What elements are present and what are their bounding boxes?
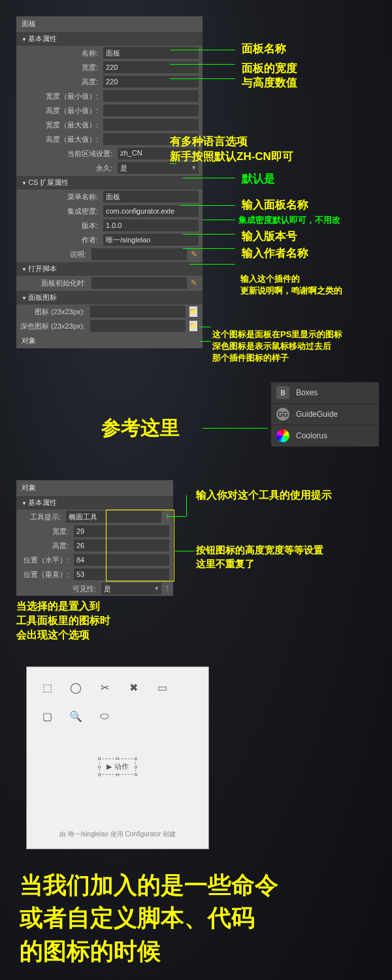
section-icon[interactable]: 面板图标 [16, 290, 203, 304]
min-width-input[interactable] [103, 90, 199, 102]
annotation-line [167, 516, 186, 517]
bottom-text: 当我们加入的是一些命令 或者自定义脚本、代码 的图标的时候 [20, 869, 278, 968]
section-cs[interactable]: CS 扩展属性 [16, 175, 203, 189]
annotation: 输入作者名称 [242, 246, 308, 261]
version-input[interactable] [103, 220, 199, 231]
boxes-icon: B [276, 386, 289, 399]
init-input[interactable] [91, 277, 187, 289]
ext-item-boxes[interactable]: BBoxes [271, 382, 379, 404]
edit-icon[interactable] [191, 278, 197, 287]
annotation: 输入版本号 [242, 229, 297, 244]
annotation-line [183, 248, 235, 249]
annotation-line [183, 178, 235, 178]
coolorus-icon [276, 429, 289, 442]
ext-item-coolorus[interactable]: Coolorus [271, 425, 379, 447]
dark-icon-label: 深色图标 (23x23px): [16, 321, 90, 331]
width-input[interactable] [103, 61, 199, 73]
section-basic-2[interactable]: 基本属性 [16, 495, 173, 510]
desc-input[interactable] [91, 248, 187, 260]
annotation-line [186, 495, 187, 516]
panel-title: 面板 [16, 16, 203, 31]
annotation: 集成密度默认即可，不用改 [238, 214, 340, 226]
preview-toolbar: ⬚ ◯ ✂ ✖ ▭ ▢ 🔍 ⬭ [27, 667, 208, 736]
annotation-line [189, 264, 235, 265]
author-input[interactable] [103, 234, 199, 246]
visible-label: 可见性: [16, 584, 101, 594]
lasso-icon[interactable]: ◯ [69, 680, 83, 694]
version-label: 版本: [16, 221, 103, 231]
annotation: 输入你对这个工具的使用提示 [196, 489, 332, 502]
annotation-line [170, 50, 235, 50]
t-indicator: T [165, 585, 169, 593]
max-width-label: 宽度（最大值）: [16, 120, 103, 130]
height-input[interactable] [103, 76, 199, 88]
name-input[interactable] [103, 47, 199, 59]
posx-label: 位置（水平）: [16, 555, 74, 565]
annotation: 那个插件图标的样子 [212, 352, 289, 364]
marquee-icon[interactable]: ⬚ [40, 680, 54, 694]
annotation: 输入面板名称 [242, 197, 308, 212]
width-label-2: 宽度: [16, 527, 74, 536]
panel-title: 对象 [16, 480, 173, 495]
annotation-line [203, 220, 235, 220]
annotation: 深色图标是表示鼠标移动过去后 [212, 340, 331, 352]
annotation-line [175, 551, 195, 551]
browse-icon[interactable]: 📁 [189, 306, 197, 317]
name-label: 名称: [16, 48, 103, 58]
density-input[interactable] [103, 205, 199, 217]
annotation: 按钮图标的高度宽度等等设置 [196, 544, 323, 557]
max-width-input[interactable] [103, 119, 199, 131]
section-script[interactable]: 打开脚本 [16, 261, 203, 276]
annotation-line [199, 327, 211, 327]
ext-item-guideguide[interactable]: GGGuideGuide [271, 404, 379, 425]
annotation-line [170, 64, 235, 65]
browse-icon[interactable]: 📁 [189, 321, 197, 331]
crop-icon[interactable]: ✂ [97, 680, 112, 694]
posy-label: 位置（垂直）: [16, 570, 74, 580]
annotation-line [170, 78, 235, 79]
annotation-line [203, 428, 268, 429]
min-height-label: 高度（最小值）: [16, 106, 103, 116]
annotation-line [183, 234, 235, 235]
action-button[interactable]: ▶ 动作 [99, 759, 136, 775]
preview-panel: ⬚ ◯ ✂ ✖ ▭ ▢ 🔍 ⬭ ▶ 动作 由 唯一/singlelao 使用 C… [26, 666, 209, 849]
height-label: 高度: [16, 77, 103, 87]
preview-footer: 由 唯一/singlelao 使用 Configurator 创建 [27, 830, 208, 839]
ellipse-icon[interactable]: ⬭ [97, 709, 112, 723]
annotation: 面板的宽度 [242, 61, 297, 76]
annotation-line [180, 205, 235, 206]
visible-select[interactable]: 是 [101, 583, 161, 595]
locale-label: 当前区域设置: [16, 149, 118, 159]
width-label: 宽度: [16, 63, 103, 73]
properties-panel-1: 面板 基本属性 名称: 宽度: 高度: 宽度（最小值）: 高度（最小值）: 宽度… [16, 16, 203, 348]
annotation: 这个图标是面板在PS里显示的图标 [212, 329, 342, 340]
annotation: 当选择的是置入到 [16, 600, 100, 613]
min-height-input[interactable] [103, 105, 199, 116]
author-label: 作者: [16, 235, 103, 245]
shuffle-icon[interactable]: ✖ [126, 680, 140, 694]
annotation: 与高度数值 [242, 75, 297, 90]
annotation: 参考这里 [101, 415, 180, 442]
annotation-line [199, 341, 211, 342]
annotation: 会出现这个选项 [16, 629, 90, 642]
layers-icon[interactable]: ▭ [155, 680, 169, 694]
desc-label: 说明: [16, 250, 91, 259]
annotation: 这里不重复了 [196, 558, 255, 570]
annotation: 新手按照默认ZH-CN即可 [170, 149, 293, 164]
menu-input[interactable] [103, 191, 199, 203]
edit-icon[interactable] [191, 250, 197, 259]
annotation: 更新说明啊，鸣谢啊之类的 [240, 285, 342, 297]
annotation: 默认是 [242, 171, 275, 186]
annotation: 工具面板里的图标时 [16, 614, 110, 628]
annotation: 面板名称 [242, 41, 286, 56]
annotation: 有多种语言选项 [170, 134, 248, 149]
section-basic[interactable]: 基本属性 [16, 31, 203, 46]
dark-icon-input[interactable] [90, 320, 186, 332]
icon-input[interactable] [90, 306, 186, 318]
density-label: 集成密度: [16, 206, 103, 216]
init-label: 面板初始化时: [16, 278, 91, 288]
highlight-box [106, 510, 174, 581]
permanent-label: 永久: [16, 163, 118, 173]
rect-icon[interactable]: ▢ [40, 709, 54, 723]
zoom-icon[interactable]: 🔍 [69, 709, 83, 723]
